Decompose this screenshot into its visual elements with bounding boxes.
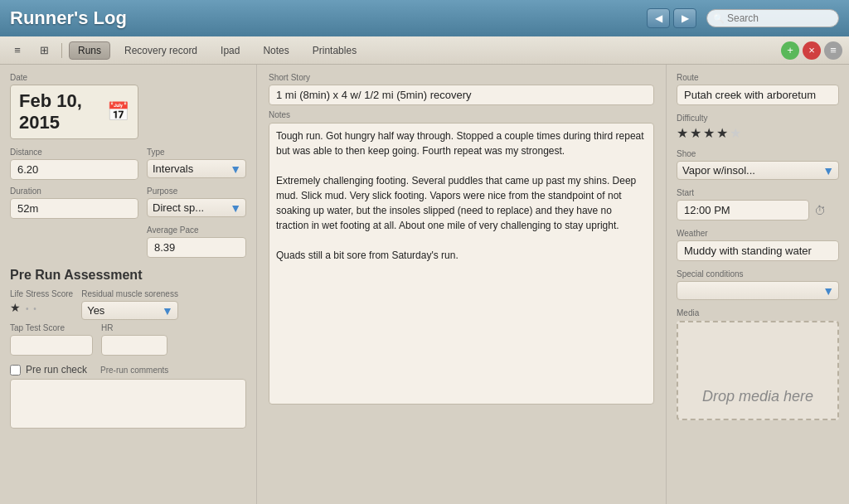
difficulty-section: Difficulty ★ ★ ★ ★ ★: [677, 114, 839, 141]
start-time-input[interactable]: [677, 200, 809, 220]
special-conditions-section: Special conditions ▼: [677, 269, 839, 300]
grid-icon[interactable]: ⊞: [33, 41, 55, 60]
tap-test-section: Tap Test Score: [10, 323, 93, 356]
nav-forward-button[interactable]: ▶: [673, 8, 696, 28]
residual-select-wrap: Yes No ▼: [81, 301, 178, 320]
main-content: Date Feb 10, 2015 📅 Distance Type Interv…: [0, 65, 849, 504]
right-panel: Route Difficulty ★ ★ ★ ★ ★ Shoe Vapor w/…: [667, 65, 849, 504]
toolbar: ≡ ⊞ Runs Recovery record Ipad Notes Prin…: [0, 36, 849, 65]
residual-select[interactable]: Yes No: [81, 301, 178, 320]
star-2: •: [26, 304, 30, 313]
residual-label: Residual muscle soreness: [81, 289, 178, 298]
pre-run-checkbox[interactable]: [10, 365, 21, 376]
tap-test-input[interactable]: [10, 335, 93, 356]
clock-icon[interactable]: ⏱: [814, 204, 826, 217]
route-input[interactable]: [677, 85, 839, 105]
nav-back-button[interactable]: ◀: [647, 8, 670, 28]
life-stress-label: Life Stress Score: [10, 289, 73, 298]
date-field[interactable]: Feb 10, 2015 📅: [10, 85, 138, 139]
short-story-section: Short Story: [269, 73, 654, 105]
weather-input[interactable]: [677, 240, 839, 261]
distance-label: Distance: [10, 148, 138, 157]
toolbar-right: + × ≡: [781, 41, 842, 60]
diff-star-2: ★: [690, 125, 701, 141]
special-conditions-label: Special conditions: [677, 269, 839, 279]
shoe-select[interactable]: Vapor w/insol... Other: [677, 161, 839, 180]
left-panel: Date Feb 10, 2015 📅 Distance Type Interv…: [0, 65, 257, 504]
diff-star-4: ★: [716, 125, 728, 141]
weather-section: Weather: [677, 229, 839, 261]
difficulty-label: Difficulty: [677, 114, 839, 123]
purpose-select-wrap: Direct sp... Easy Recovery ▼: [147, 198, 246, 217]
calendar-icon[interactable]: 📅: [107, 101, 129, 123]
search-wrap: 🔍: [706, 9, 839, 27]
media-drop-text: Drop media here: [702, 388, 813, 405]
avg-pace-section: Average Pace: [147, 225, 246, 258]
delete-button[interactable]: ×: [803, 41, 821, 60]
notes-label: Notes: [269, 110, 654, 119]
route-label: Route: [677, 73, 839, 82]
toolbar-divider: [61, 43, 62, 58]
title-bar: Runner's Log ◀ ▶ 🔍: [0, 0, 849, 36]
tab-recovery-record[interactable]: Recovery record: [115, 41, 206, 60]
add-button[interactable]: +: [781, 41, 799, 60]
date-label: Date: [10, 73, 246, 82]
tab-ipad[interactable]: Ipad: [211, 41, 249, 60]
app-title: Runner's Log: [10, 7, 647, 29]
notes-textarea[interactable]: [269, 123, 654, 405]
purpose-section: Purpose Direct sp... Easy Recovery ▼: [147, 187, 246, 219]
weather-label: Weather: [677, 229, 839, 238]
purpose-label: Purpose: [147, 187, 246, 196]
shoe-select-wrap: Vapor w/insol... Other ▼: [677, 161, 839, 180]
short-story-input[interactable]: [269, 85, 654, 105]
tab-printables[interactable]: Printables: [303, 41, 366, 60]
avg-pace-label: Average Pace: [147, 225, 246, 235]
notes-section: Notes: [269, 110, 654, 408]
type-select[interactable]: Intervals Easy Long Tempo Race: [147, 159, 246, 178]
life-stress-section: Life Stress Score ★ • •: [10, 289, 73, 320]
pre-run-comments-label: Pre-run comments: [100, 366, 168, 375]
star-1: ★: [10, 301, 22, 314]
tab-notes[interactable]: Notes: [254, 41, 298, 60]
difficulty-stars: ★ ★ ★ ★ ★: [677, 125, 839, 141]
pre-run-check-label: Pre run check: [26, 364, 87, 376]
middle-panel: Short Story Notes: [257, 65, 667, 504]
media-section: Media Drop media here: [677, 308, 839, 420]
short-story-label: Short Story: [269, 73, 654, 82]
special-conditions-select[interactable]: [677, 281, 839, 300]
shoe-label: Shoe: [677, 149, 839, 158]
distance-section: Distance: [10, 148, 138, 180]
media-label: Media: [677, 308, 839, 317]
distance-input[interactable]: [10, 159, 138, 180]
date-section: Date Feb 10, 2015 📅: [10, 73, 246, 139]
type-section: Type Intervals Easy Long Tempo Race ▼: [147, 148, 246, 180]
residual-section: Residual muscle soreness Yes No ▼: [81, 289, 178, 320]
more-button[interactable]: ≡: [824, 41, 842, 60]
purpose-select[interactable]: Direct sp... Easy Recovery: [147, 198, 246, 217]
avg-pace-input[interactable]: [147, 237, 246, 258]
tap-test-label: Tap Test Score: [10, 323, 93, 332]
diff-star-3: ★: [703, 125, 715, 141]
duration-input[interactable]: [10, 198, 138, 219]
date-value: Feb 10, 2015: [19, 90, 107, 133]
hr-input[interactable]: [101, 335, 167, 356]
duration-section: Duration: [10, 187, 138, 219]
duration-label: Duration: [10, 187, 138, 196]
star-3: •: [33, 304, 37, 313]
pre-run-check-row: Pre run check Pre-run comments: [10, 364, 246, 376]
hr-label: HR: [101, 323, 167, 332]
diff-star-5: ★: [730, 125, 741, 141]
shoe-section: Shoe Vapor w/insol... Other ▼: [677, 149, 839, 180]
pre-run-comments-textarea[interactable]: [10, 379, 246, 429]
media-drop-area[interactable]: Drop media here: [677, 321, 839, 420]
nav-buttons: ◀ ▶: [647, 8, 696, 28]
special-conditions-select-wrap: ▼: [677, 281, 839, 300]
search-input[interactable]: [706, 9, 839, 27]
diff-star-1: ★: [677, 125, 688, 141]
time-input-wrap: ⏱: [677, 200, 839, 220]
type-select-wrap: Intervals Easy Long Tempo Race ▼: [147, 159, 246, 178]
start-section: Start ⏱: [677, 188, 839, 220]
tab-runs[interactable]: Runs: [69, 41, 110, 60]
menu-icon[interactable]: ≡: [7, 41, 28, 60]
route-section: Route: [677, 73, 839, 105]
